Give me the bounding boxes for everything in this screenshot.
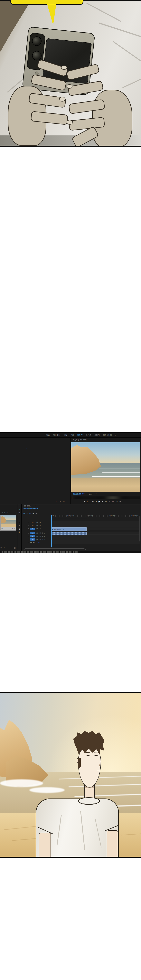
slip-tool[interactable]: ⇄	[19, 522, 20, 523]
track-select-tool[interactable]: ▥	[18, 512, 20, 514]
zoom-slider-icon[interactable]: −	[8, 547, 9, 549]
workspace-tab-editing[interactable]: 편집	[63, 434, 67, 436]
list-view-icon[interactable]: ≣	[0, 547, 2, 549]
mark-out-icon[interactable]: }	[90, 500, 90, 502]
track-badge[interactable]: V2	[30, 525, 35, 527]
track-badge[interactable]: A3	[30, 538, 35, 541]
master-gain-value[interactable]: 0.0	[38, 542, 40, 543]
marker-icon[interactable]: ◆	[33, 512, 34, 514]
vertical-scrollbar[interactable]	[139, 516, 140, 541]
lock-icon[interactable]: ◻	[28, 532, 29, 534]
lift-icon[interactable]: ▤	[108, 500, 110, 502]
workspace-bar: 학습 어셈블리 편집 색상 효과 오디오 그래픽 라이브러리 »	[0, 433, 141, 438]
collapsed-panel-arrow-icon[interactable]: ▸	[27, 448, 27, 450]
export-frame-icon[interactable]: ◫	[116, 500, 117, 502]
sync-lock-icon[interactable]: ▤	[36, 539, 38, 540]
mute-button[interactable]: M	[40, 532, 41, 534]
scrollbar-handle[interactable]	[84, 547, 86, 550]
track-badge[interactable]: A1	[30, 532, 35, 534]
go-to-out-icon[interactable]: ⇥	[105, 500, 107, 502]
timeline-timecode[interactable]: 00:00:00:00	[24, 508, 38, 510]
track-badge[interactable]: A2	[30, 535, 35, 538]
wrench-icon[interactable]: ✚	[36, 512, 37, 514]
lock-icon[interactable]: ◻	[28, 525, 29, 527]
type-tool[interactable]: T	[19, 531, 20, 533]
button-editor-icon[interactable]: ✚	[119, 500, 121, 502]
frame-icon[interactable]: ◻	[63, 500, 65, 502]
mic-icon[interactable]: ♪	[44, 536, 45, 537]
master-track-label[interactable]: 마스터	[30, 541, 35, 544]
lock-icon[interactable]: ◻	[28, 528, 29, 530]
preview-sand	[71, 478, 140, 492]
thumbnail-meta: 21 57:24	[1, 527, 16, 530]
sequence-tab[interactable]: DJI_0721	[24, 505, 30, 507]
mic-icon[interactable]: ♪	[44, 532, 45, 534]
lock-icon[interactable]: ◻	[28, 539, 29, 540]
workspace-tab-audio[interactable]: 오디오	[86, 434, 91, 436]
sync-lock-icon[interactable]: ▤	[36, 525, 38, 527]
linked-selection-icon[interactable]: ◫	[29, 512, 31, 514]
solo-button[interactable]: S	[42, 532, 43, 534]
settings-icon[interactable]: ◈	[24, 512, 25, 514]
close-icon[interactable]: ×	[35, 505, 36, 507]
track-output-icon[interactable]: ◉	[40, 525, 41, 527]
track-badge[interactable]: V1	[30, 528, 35, 530]
caret-icon[interactable]: ∨	[4, 547, 5, 549]
mute-button[interactable]: M	[40, 539, 41, 540]
play-icon[interactable]: ▶	[98, 500, 100, 503]
work-area-bar[interactable]	[51, 518, 87, 518]
program-scrub-bar[interactable]	[71, 496, 140, 499]
lock-icon[interactable]: ◻	[28, 536, 29, 537]
lock-icon[interactable]: ◻	[28, 522, 29, 523]
timeline-playhead[interactable]	[51, 515, 52, 547]
video-clip[interactable]: DJI_0721.MP4 [V]	[51, 527, 87, 531]
workspace-tab-color[interactable]: 색상	[70, 434, 74, 436]
step-back-icon[interactable]: ◂	[96, 500, 97, 502]
snap-icon[interactable]: ∩	[27, 512, 28, 514]
sync-lock-icon[interactable]: ▤	[36, 532, 38, 534]
workspace-tab-libraries[interactable]: 라이브러리	[103, 434, 112, 436]
step-forward-icon[interactable]: ▸	[102, 500, 103, 502]
mute-button[interactable]: M	[40, 536, 41, 537]
extract-icon[interactable]: ▥	[112, 500, 114, 502]
source-panel[interactable]: ▸ ▼ ≠ ◻	[0, 438, 70, 504]
mark-in-icon[interactable]: {	[87, 500, 88, 502]
program-monitor-tab[interactable]: 프로그램: DJI_0721	[73, 439, 87, 441]
workspace-tab-graphics[interactable]: 그래픽	[94, 434, 100, 436]
project-clip-thumbnail[interactable]: 21 57:24	[0, 515, 16, 531]
ripple-edit-tool[interactable]: ↔	[18, 515, 21, 517]
solo-button[interactable]: S	[42, 536, 43, 537]
sync-lock-icon[interactable]: ▤	[36, 528, 38, 530]
fit-dropdown[interactable]: 맞추기	[89, 493, 93, 495]
track-output-icon[interactable]: ◉	[40, 528, 41, 530]
search-icon[interactable]: ◌	[11, 547, 12, 549]
mic-icon[interactable]: ♪	[44, 539, 45, 540]
workspace-overflow-chevron[interactable]: »	[115, 434, 116, 436]
selection-tool[interactable]: ►	[18, 508, 21, 510]
program-preview[interactable]	[71, 442, 140, 492]
sync-lock-icon[interactable]: ▤	[36, 536, 38, 537]
hand-tool[interactable]: ◉	[19, 528, 21, 530]
filter-icon[interactable]: ▼	[55, 500, 57, 502]
horizontal-scrollbar[interactable]	[25, 548, 84, 549]
solo-button[interactable]: S	[42, 539, 43, 540]
chevron-down-icon[interactable]: ∨	[95, 493, 97, 495]
add-marker-icon[interactable]: ◆	[84, 500, 85, 502]
sync-lock-icon[interactable]: ▤	[36, 522, 38, 523]
workspace-tab-effects[interactable]: 효과	[77, 434, 82, 436]
new-bin-icon[interactable]: ▣	[14, 547, 16, 549]
compare-icon[interactable]: ≠	[60, 500, 60, 502]
track-badge[interactable]: V3	[30, 521, 35, 524]
pen-tool[interactable]: ✎	[19, 525, 20, 527]
razor-tool[interactable]: ✂	[19, 518, 20, 520]
go-to-in-icon[interactable]: ⇤	[92, 500, 94, 502]
workspace-tab-assembly[interactable]: 어셈블리	[53, 434, 60, 436]
program-timecode[interactable]: 00:00:00:00	[73, 493, 85, 495]
timeline-ruler[interactable]	[51, 515, 140, 517]
scrollbar-handle[interactable]	[23, 547, 25, 550]
lock-icon[interactable]: ◻	[28, 542, 29, 543]
workspace-tab-learning[interactable]: 학습	[46, 434, 50, 436]
program-playhead[interactable]	[72, 496, 72, 499]
audio-clip[interactable]	[51, 532, 87, 535]
track-output-icon[interactable]: ◉	[40, 522, 41, 523]
